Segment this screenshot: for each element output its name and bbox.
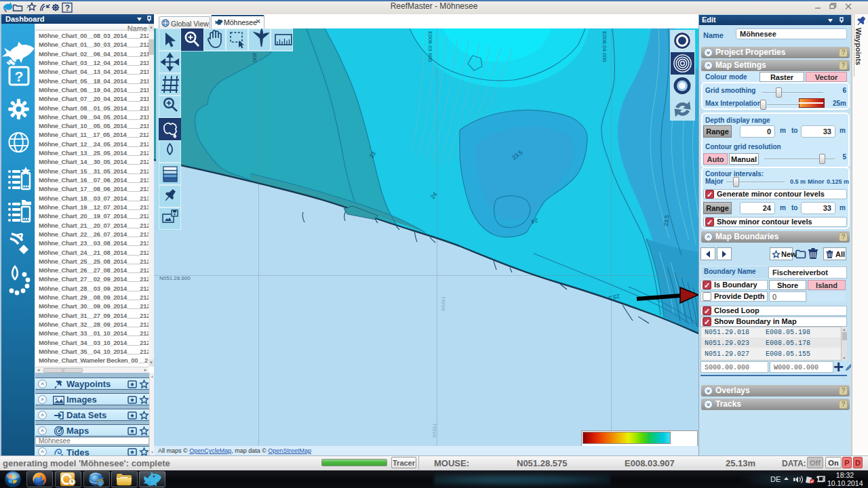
svg-text:?: ? — [15, 68, 24, 84]
svg-text:Heve: Heve — [440, 297, 447, 311]
svg-text:N051.28.600: N051.28.600 — [159, 275, 191, 281]
svg-text:23.5: 23.5 — [663, 215, 670, 227]
svg-text:?: ? — [65, 3, 70, 13]
svg-text:Heve: Heve — [431, 424, 438, 438]
svg-text:E008.04.000: E008.04.000 — [601, 31, 608, 62]
svg-text:E008.03.900: E008.03.900 — [427, 31, 433, 62]
